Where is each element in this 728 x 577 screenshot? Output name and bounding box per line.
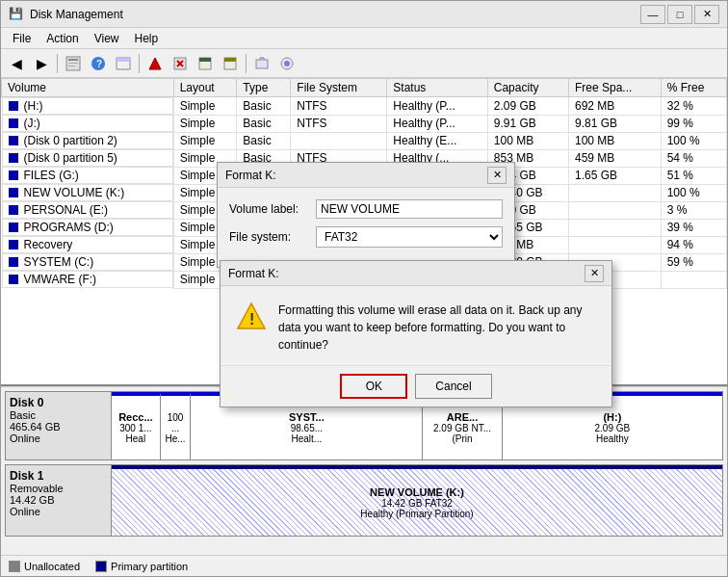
filesystem-label-text: File system:	[229, 230, 316, 244]
dialog-overlay: Format K: ✕ Volume label: File system: F…	[0, 0, 728, 577]
format-dialog-title: Format K: ✕	[218, 163, 514, 188]
confirm-dialog-title: Format K: ✕	[221, 261, 611, 286]
confirm-body: ! Formatting this volume will erase all …	[221, 286, 611, 365]
filesystem-select[interactable]: FAT32 NTFS exFAT	[316, 226, 503, 248]
warning-icon: !	[236, 302, 267, 332]
confirm-buttons: OK Cancel	[221, 365, 611, 407]
filesystem-row: File system: FAT32 NTFS exFAT	[229, 226, 503, 248]
volume-label-input[interactable]	[316, 199, 503, 219]
format-dialog-title-text: Format K:	[225, 169, 276, 182]
format-dialog-body: Volume label: File system: FAT32 NTFS ex…	[218, 188, 514, 267]
confirm-message: Formatting this volume will erase all da…	[278, 302, 596, 354]
format-dialog-close[interactable]: ✕	[487, 167, 507, 184]
volume-label-text: Volume label:	[229, 202, 316, 216]
confirm-dialog-close[interactable]: ✕	[585, 265, 604, 282]
ok-button[interactable]: OK	[340, 374, 407, 399]
confirm-dialog-title-text: Format K:	[228, 267, 279, 280]
confirm-dialog: Format K: ✕ ! Formatting this volume wil…	[220, 260, 612, 407]
volume-label-row: Volume label:	[229, 199, 503, 219]
format-dialog: Format K: ✕ Volume label: File system: F…	[217, 162, 515, 268]
svg-text:!: !	[249, 311, 254, 328]
cancel-button[interactable]: Cancel	[415, 374, 491, 399]
